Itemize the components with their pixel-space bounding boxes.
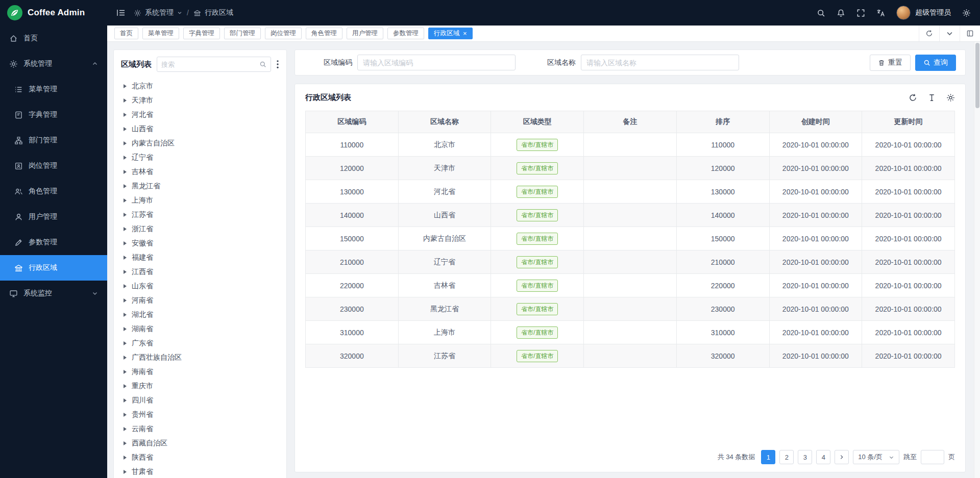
sidebar-item-system-management[interactable]: 系统管理 — [0, 51, 107, 77]
density-icon[interactable] — [927, 93, 936, 102]
tree-item[interactable]: 吉林省 — [121, 165, 279, 179]
tree-item[interactable]: 陕西省 — [121, 450, 279, 465]
tree-item[interactable]: 河北省 — [121, 108, 279, 122]
sidebar-item-role-management[interactable]: 角色管理 — [0, 179, 107, 204]
tree-item[interactable]: 西藏自治区 — [121, 436, 279, 450]
tree-item[interactable]: 天津市 — [121, 93, 279, 108]
tree-item[interactable]: 山东省 — [121, 279, 279, 293]
reset-button[interactable]: 重置 — [870, 55, 911, 71]
sidebar-item-param-management[interactable]: 参数管理 — [0, 230, 107, 255]
sidebar-item-system-monitor[interactable]: 系统监控 — [0, 281, 107, 306]
tree-item[interactable]: 广东省 — [121, 336, 279, 350]
tree-item[interactable]: 浙江省 — [121, 222, 279, 236]
table-row[interactable]: 310000 上海市 省市/直辖市 310000 2020-10-01 00:0… — [306, 321, 955, 344]
tab-role-management[interactable]: 角色管理 — [306, 28, 342, 39]
tree-item[interactable]: 重庆市 — [121, 379, 279, 393]
tree-item[interactable]: 辽宁省 — [121, 150, 279, 165]
more-options-icon[interactable] — [276, 60, 279, 69]
bell-icon[interactable] — [837, 9, 845, 17]
tree-item-label: 湖南省 — [132, 324, 153, 334]
table-row[interactable]: 210000 辽宁省 省市/直辖市 210000 2020-10-01 00:0… — [306, 250, 955, 274]
fullscreen-icon[interactable] — [856, 9, 865, 17]
tab-param-management[interactable]: 参数管理 — [387, 28, 424, 39]
sidebar-item-user-management[interactable]: 用户管理 — [0, 204, 107, 230]
page-button-4[interactable]: 4 — [816, 450, 830, 464]
tree-item[interactable]: 江苏省 — [121, 208, 279, 222]
table-row[interactable]: 320000 江苏省 省市/直辖市 320000 2020-10-01 00:0… — [306, 344, 955, 368]
tree-item-label: 辽宁省 — [132, 153, 153, 162]
tab-user-management[interactable]: 用户管理 — [347, 28, 383, 39]
region-code-input[interactable] — [357, 55, 516, 70]
page-scrollbar[interactable] — [974, 42, 980, 478]
tab-dict-management[interactable]: 字典管理 — [183, 28, 220, 39]
tab-dept-management[interactable]: 部门管理 — [224, 28, 261, 39]
tree-item[interactable]: 广西壮族自治区 — [121, 350, 279, 365]
sidebar-collapse-icon[interactable] — [116, 9, 126, 17]
table-row[interactable]: 230000 黑龙江省 省市/直辖市 230000 2020-10-01 00:… — [306, 297, 955, 321]
tree-item[interactable]: 内蒙古自治区 — [121, 136, 279, 150]
sidebar-item-home[interactable]: 首页 — [0, 26, 107, 51]
table-row[interactable]: 220000 吉林省 省市/直辖市 220000 2020-10-01 00:0… — [306, 274, 955, 297]
tree-item[interactable]: 黑龙江省 — [121, 179, 279, 193]
breadcrumb-item-system[interactable]: 系统管理 — [145, 8, 174, 17]
sidebar-item-region[interactable]: 行政区域 — [0, 255, 107, 281]
tab-menu-management[interactable]: 菜单管理 — [142, 28, 179, 39]
jump-page-input[interactable] — [921, 450, 944, 464]
tree-item[interactable]: 上海市 — [121, 193, 279, 208]
translate-icon[interactable] — [876, 9, 885, 17]
table-row[interactable]: 150000 内蒙古自治区 省市/直辖市 150000 2020-10-01 0… — [306, 227, 955, 250]
table-row[interactable]: 120000 天津市 省市/直辖市 120000 2020-10-01 00:0… — [306, 157, 955, 180]
table-header-row: 区域编码 区域名称 区域类型 备注 排序 创建时间 更新时间 — [306, 111, 955, 133]
scrollbar-thumb[interactable] — [975, 43, 979, 108]
search-icon[interactable] — [259, 61, 266, 68]
cell-updated: 2020-10-01 00:00:00 — [862, 180, 955, 204]
caret-right-icon — [124, 427, 127, 431]
tree-item[interactable]: 云南省 — [121, 422, 279, 436]
column-settings-gear-icon[interactable] — [946, 93, 955, 102]
settings-gear-icon[interactable] — [962, 9, 971, 17]
logo[interactable]: Coffee Admin — [0, 0, 107, 26]
tree-item[interactable]: 北京市 — [121, 79, 279, 93]
table-row[interactable]: 110000 北京市 省市/直辖市 110000 2020-10-01 00:0… — [306, 133, 955, 157]
table-row[interactable]: 140000 山西省 省市/直辖市 140000 2020-10-01 00:0… — [306, 204, 955, 227]
page-button-3[interactable]: 3 — [798, 450, 812, 464]
tree-item[interactable]: 海南省 — [121, 365, 279, 379]
user-menu[interactable]: 超级管理员 — [896, 6, 951, 20]
layout-toggle-button[interactable] — [960, 26, 980, 41]
refresh-tab-button[interactable] — [919, 26, 939, 41]
sidebar-item-dept-management[interactable]: 部门管理 — [0, 128, 107, 153]
tab-label: 菜单管理 — [148, 29, 174, 38]
caret-right-icon — [124, 341, 127, 345]
tree-item[interactable]: 湖南省 — [121, 322, 279, 336]
sidebar-item-menu-management[interactable]: 菜单管理 — [0, 77, 107, 102]
tab-home[interactable]: 首页 — [114, 28, 138, 39]
tree-item[interactable]: 安徽省 — [121, 236, 279, 250]
tab-region[interactable]: 行政区域 × — [428, 28, 473, 39]
close-icon[interactable]: × — [463, 30, 467, 37]
sidebar-item-post-management[interactable]: 岗位管理 — [0, 153, 107, 179]
search-button[interactable]: 查询 — [915, 55, 956, 71]
page-button-1[interactable]: 1 — [761, 450, 775, 464]
region-name-input[interactable] — [581, 55, 739, 70]
tree-item[interactable]: 福建省 — [121, 250, 279, 265]
search-icon[interactable] — [817, 9, 825, 17]
tree-item[interactable]: 四川省 — [121, 393, 279, 408]
sidebar-item-dict-management[interactable]: 字典管理 — [0, 102, 107, 128]
cell-note — [584, 204, 677, 227]
tree-item[interactable]: 河南省 — [121, 293, 279, 308]
table-row[interactable]: 130000 河北省 省市/直辖市 130000 2020-10-01 00:0… — [306, 180, 955, 204]
page-size-select[interactable]: 10 条/页 — [853, 450, 899, 464]
page-button-2[interactable]: 2 — [779, 450, 794, 464]
tree-item[interactable]: 江西省 — [121, 265, 279, 279]
tree-item[interactable]: 贵州省 — [121, 408, 279, 422]
tab-options-button[interactable] — [939, 26, 960, 41]
refresh-icon — [925, 30, 933, 37]
next-page-button[interactable] — [835, 450, 849, 464]
refresh-icon[interactable] — [909, 93, 917, 102]
tree-item[interactable]: 湖北省 — [121, 308, 279, 322]
tree-search-input[interactable] — [161, 61, 256, 68]
sidebar-item-label: 菜单管理 — [29, 85, 57, 94]
tree-item[interactable]: 甘肃省 — [121, 465, 279, 478]
tree-item[interactable]: 山西省 — [121, 122, 279, 136]
tab-post-management[interactable]: 岗位管理 — [265, 28, 302, 39]
